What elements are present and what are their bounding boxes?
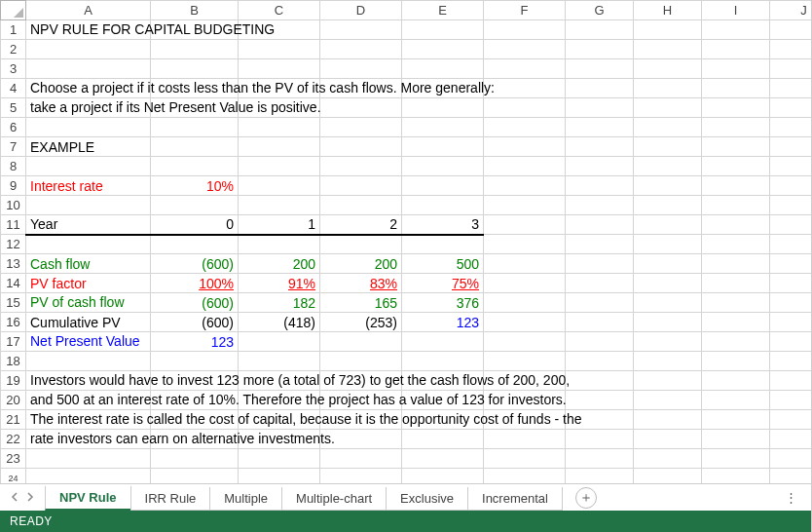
cell[interactable]	[770, 40, 812, 59]
cell[interactable]	[484, 313, 566, 332]
row-header-11[interactable]: 11	[1, 215, 26, 235]
cell[interactable]	[566, 196, 634, 215]
row-header-2[interactable]: 2	[1, 40, 26, 59]
cell[interactable]	[770, 235, 812, 254]
cell[interactable]	[634, 391, 702, 410]
cell-B11[interactable]: 0	[151, 215, 239, 235]
cell-B15[interactable]: (600)	[151, 293, 239, 313]
cell[interactable]	[151, 196, 239, 215]
cell[interactable]	[566, 469, 634, 484]
cell[interactable]	[484, 196, 566, 215]
cell[interactable]	[770, 59, 812, 79]
row-header-3[interactable]: 3	[1, 59, 26, 79]
cell[interactable]	[151, 40, 239, 59]
cell[interactable]	[239, 59, 320, 79]
cell[interactable]	[239, 449, 320, 469]
cell[interactable]	[702, 196, 770, 215]
cell-D16[interactable]: (253)	[320, 313, 402, 332]
cell[interactable]	[702, 391, 770, 410]
col-header-H[interactable]: H	[634, 1, 702, 20]
cell[interactable]	[702, 176, 770, 196]
cell[interactable]	[634, 176, 702, 196]
cell[interactable]	[634, 196, 702, 215]
cell[interactable]	[484, 430, 566, 449]
cell-B9[interactable]: 10%	[151, 176, 239, 196]
cell[interactable]	[320, 40, 402, 59]
sheet-grid[interactable]: A B C D E F G H I J 1 NPV RULE FOR CAPIT…	[0, 0, 811, 483]
cell[interactable]	[402, 352, 484, 371]
cell[interactable]	[702, 274, 770, 293]
col-header-J[interactable]: J	[770, 1, 812, 20]
cell-C15[interactable]: 182	[239, 293, 320, 313]
cell[interactable]	[239, 469, 320, 484]
cell[interactable]	[770, 254, 812, 274]
cell[interactable]	[770, 469, 812, 484]
cell[interactable]	[151, 469, 239, 484]
cell[interactable]	[702, 20, 770, 40]
cell[interactable]	[770, 196, 812, 215]
cell[interactable]	[770, 98, 812, 118]
row-header-1[interactable]: 1	[1, 20, 26, 40]
cell-A13[interactable]: Cash flow	[26, 254, 151, 274]
cell[interactable]	[634, 371, 702, 391]
cell[interactable]	[402, 332, 484, 352]
cell-B14[interactable]: 100%	[151, 274, 239, 293]
cell[interactable]	[634, 137, 702, 157]
cell-A21[interactable]: The interest rate is called the cost of …	[26, 410, 151, 430]
cell[interactable]	[566, 352, 634, 371]
cell[interactable]	[566, 176, 634, 196]
cell[interactable]	[484, 59, 566, 79]
cell[interactable]	[26, 352, 151, 371]
cell[interactable]	[402, 98, 484, 118]
cell[interactable]	[484, 274, 566, 293]
cell-D11[interactable]: 2	[320, 215, 402, 235]
cell[interactable]	[402, 449, 484, 469]
cell[interactable]	[566, 274, 634, 293]
grid-area[interactable]: A B C D E F G H I J 1 NPV RULE FOR CAPIT…	[0, 0, 811, 483]
cell[interactable]	[402, 20, 484, 40]
cell[interactable]	[634, 118, 702, 137]
cell[interactable]	[26, 469, 151, 484]
cell[interactable]	[320, 352, 402, 371]
add-sheet-button[interactable]: ＋	[575, 487, 597, 509]
cell[interactable]	[320, 157, 402, 176]
cell[interactable]	[566, 430, 634, 449]
cell[interactable]	[634, 215, 702, 235]
cell[interactable]	[26, 59, 151, 79]
row-header-9[interactable]: 9	[1, 176, 26, 196]
cell[interactable]	[402, 157, 484, 176]
cell[interactable]	[770, 352, 812, 371]
cell[interactable]	[484, 293, 566, 313]
tab-prev-icon[interactable]	[10, 490, 19, 505]
cell[interactable]	[770, 430, 812, 449]
row-header-18[interactable]: 18	[1, 352, 26, 371]
cell[interactable]	[566, 293, 634, 313]
cell[interactable]	[634, 449, 702, 469]
cell[interactable]	[770, 332, 812, 352]
cell[interactable]	[702, 293, 770, 313]
cell[interactable]	[702, 430, 770, 449]
cell[interactable]	[770, 215, 812, 235]
cell-A14[interactable]: PV factor	[26, 274, 151, 293]
cell[interactable]	[634, 410, 702, 430]
cell-E13[interactable]: 500	[402, 254, 484, 274]
cell[interactable]	[634, 40, 702, 59]
tab-more-icon[interactable]: ⋮	[771, 490, 811, 505]
cell[interactable]	[702, 40, 770, 59]
cell[interactable]	[484, 98, 566, 118]
sheet-tab-multiple[interactable]: Multiple	[209, 487, 282, 511]
cell[interactable]	[770, 118, 812, 137]
sheet-tab-npv-rule[interactable]: NPV Rule	[45, 486, 131, 511]
cell-A19[interactable]: Investors would have to invest 123 more …	[26, 371, 151, 391]
row-header-24[interactable]: 24	[1, 469, 26, 484]
cell[interactable]	[402, 430, 484, 449]
tab-next-icon[interactable]	[25, 490, 35, 505]
row-header-20[interactable]: 20	[1, 391, 26, 410]
cell[interactable]	[151, 235, 239, 254]
cell-A5[interactable]: take a project if its Net Present Value …	[26, 98, 151, 118]
cell[interactable]	[484, 176, 566, 196]
cell-B16[interactable]: (600)	[151, 313, 239, 332]
col-header-G[interactable]: G	[566, 1, 634, 20]
cell[interactable]	[484, 137, 566, 157]
cell[interactable]	[702, 410, 770, 430]
